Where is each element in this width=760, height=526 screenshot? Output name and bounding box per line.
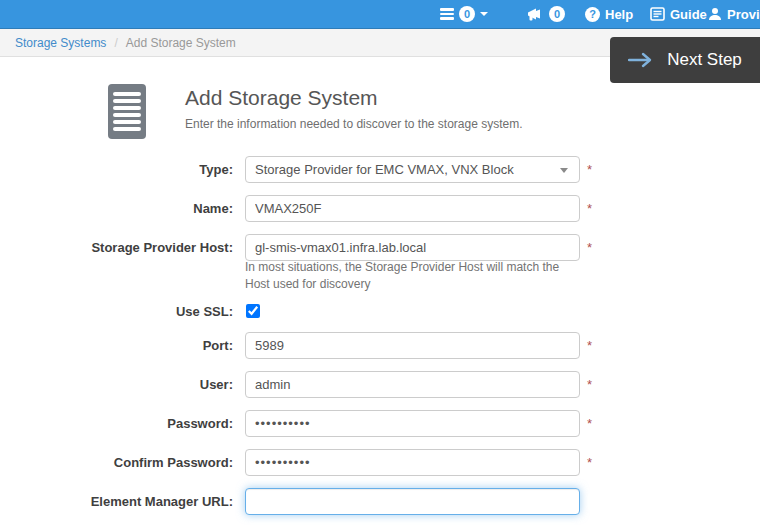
task-list-icon (440, 8, 454, 20)
announcements-menu[interactable]: 0 (527, 0, 565, 28)
password-input[interactable] (245, 410, 580, 437)
password-label: Password: (0, 416, 245, 431)
port-label: Port: (0, 338, 245, 353)
next-step-label: Next Step (667, 50, 742, 70)
next-step-button[interactable]: Next Step (610, 37, 760, 83)
type-select-value: Storage Provider for EMC VMAX, VNX Block (255, 162, 514, 177)
element-manager-url-input[interactable] (245, 488, 580, 515)
storage-provider-host-help-text: In most situations, the Storage Provider… (245, 259, 585, 294)
type-select[interactable]: Storage Provider for EMC VMAX, VNX Block (245, 156, 580, 183)
provider-menu[interactable]: Provider (708, 0, 760, 28)
guide-book-icon (650, 7, 665, 21)
announcements-count-badge: 0 (549, 6, 565, 22)
help-label: Help (605, 7, 633, 22)
add-storage-system-form: Type: Storage Provider for EMC VMAX, VNX… (0, 156, 760, 515)
breadcrumb-link-storage-systems[interactable]: Storage Systems (15, 36, 106, 50)
question-circle-icon: ? (585, 7, 600, 22)
name-input[interactable] (245, 195, 580, 222)
required-marker: * (587, 416, 597, 431)
storage-provider-host-input[interactable] (245, 234, 580, 261)
tasks-menu[interactable]: 0 (440, 0, 488, 28)
use-ssl-label: Use SSL: (0, 304, 245, 319)
name-label: Name: (0, 201, 245, 216)
tasks-count-badge: 0 (459, 6, 475, 22)
use-ssl-checkbox[interactable] (246, 304, 260, 318)
guide-menu[interactable]: Guide (650, 0, 707, 28)
right-arrow-icon (628, 52, 654, 68)
required-marker: * (587, 240, 597, 255)
megaphone-icon (527, 7, 544, 22)
required-marker: * (587, 201, 597, 216)
storage-array-icon (108, 84, 146, 139)
required-marker: * (587, 338, 597, 353)
breadcrumb-current-page: Add Storage System (126, 36, 236, 50)
user-input[interactable] (245, 371, 580, 398)
chevron-down-icon (480, 12, 488, 16)
required-marker: * (587, 455, 597, 470)
page-title: Add Storage System (185, 86, 523, 110)
breadcrumb-separator: / (114, 36, 117, 50)
guide-label: Guide (670, 7, 707, 22)
confirm-password-input[interactable] (245, 449, 580, 476)
page-subtitle: Enter the information needed to discover… (185, 117, 523, 131)
caret-down-icon (560, 168, 568, 173)
port-input[interactable] (245, 332, 580, 359)
confirm-password-label: Confirm Password: (0, 455, 245, 470)
user-icon (708, 7, 722, 21)
help-menu[interactable]: ? Help (585, 0, 633, 28)
provider-label: Provider (727, 7, 760, 22)
element-manager-url-label: Element Manager URL: (0, 494, 245, 509)
top-navigation-bar: 0 0 ? Help Guide Provider (0, 0, 760, 29)
page-header: Add Storage System Enter the information… (108, 84, 760, 139)
storage-provider-host-label: Storage Provider Host: (0, 240, 245, 255)
required-marker: * (587, 162, 597, 177)
user-label: User: (0, 377, 245, 392)
type-label: Type: (0, 162, 245, 177)
required-marker: * (587, 377, 597, 392)
